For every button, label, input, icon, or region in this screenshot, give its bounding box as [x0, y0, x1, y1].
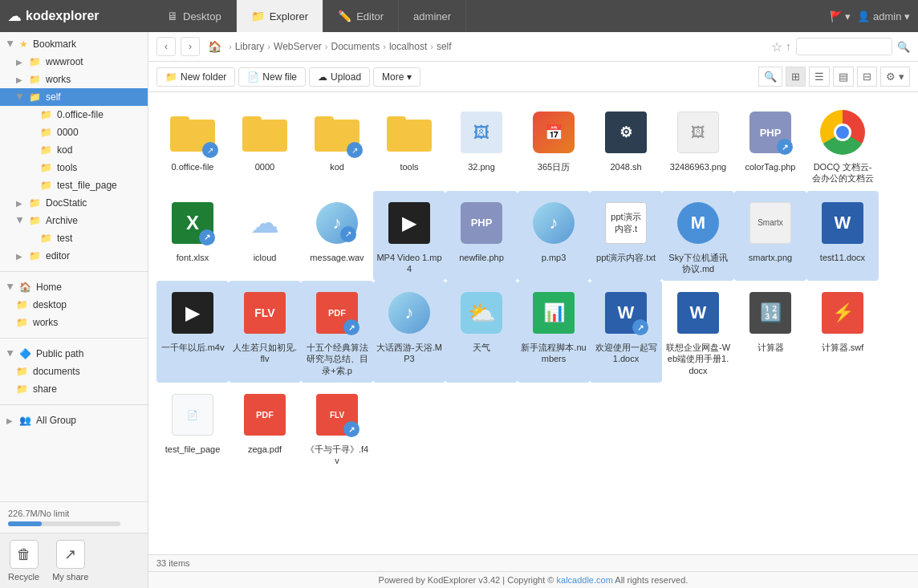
file-item-0000[interactable]: 0000	[229, 100, 301, 191]
pdf2-icon: PDF	[244, 394, 286, 436]
file-item-fontxlsx[interactable]: X ↗ font.xlsx	[156, 191, 229, 282]
file-item-jisuanqi[interactable]: 🔢 计算器	[734, 281, 806, 383]
sidebar-item-works[interactable]: ▶ 📁 works	[0, 71, 148, 88]
sidebar-item-desktop[interactable]: 📁 desktop	[0, 296, 148, 314]
user-button[interactable]: 👤 admin ▾	[857, 10, 910, 22]
file-item-qianf4v[interactable]: FLV ↗ 《千与千寻》.f4v	[301, 383, 373, 473]
sidebar-item-public-path[interactable]: ▶ 🔷 Public path	[0, 345, 148, 363]
file-item-dahuamp3[interactable]: ♪ 大话西游-天浴.MP3	[373, 281, 445, 383]
sidebar-item-documents[interactable]: 📁 documents	[0, 363, 148, 380]
works-arrow: ▶	[16, 75, 24, 84]
folder-icon: 📁	[40, 109, 52, 120]
sidebar-item-share[interactable]: 📁 share	[0, 380, 148, 398]
file-item-weather[interactable]: ⛅ 天气	[445, 281, 518, 383]
breadcrumb-self[interactable]: self	[437, 41, 452, 52]
file-label-m4v: 一千年以后.m4v	[161, 342, 225, 353]
footer-link[interactable]: kalcaddle.com	[557, 575, 613, 585]
sidebar-item-kod[interactable]: 📁 kod	[0, 141, 148, 159]
file-label-dahua: 大话西游-天浴.MP3	[376, 342, 442, 365]
list-view-button[interactable]: ☰	[809, 67, 830, 87]
file-item-icloud[interactable]: ☁ icloud	[229, 191, 301, 282]
search-input[interactable]	[796, 38, 892, 55]
file-item-jisuanqiswf[interactable]: ⚡ 计算器.swf	[806, 281, 879, 383]
file-item-skymd[interactable]: M Sky下位机通讯协议.md	[662, 191, 734, 282]
file-item-chrome[interactable]: DOCQ 文档云-会办公的文档云	[806, 100, 879, 191]
file-label-0000: 0000	[255, 161, 274, 172]
breadcrumb-documents[interactable]: Documents	[331, 41, 380, 52]
file-item-office[interactable]: ↗ 0.office-file	[156, 100, 229, 191]
breadcrumb-sep0: ›	[229, 42, 232, 51]
myshare-label: My share	[52, 572, 88, 582]
home-button[interactable]: 🏠	[205, 37, 224, 56]
file-item-zegapdf[interactable]: PDF zega.pdf	[229, 383, 301, 473]
more-view-button[interactable]: ⊟	[857, 67, 877, 87]
file-item-renflv[interactable]: FLV 人生若只如初见.flv	[229, 281, 301, 383]
wav-share-badge: ↗	[340, 226, 356, 242]
breadcrumb-webserver[interactable]: WebServer	[274, 41, 322, 52]
sidebar-item-0000[interactable]: 📁 0000	[0, 124, 148, 141]
detail-view-button[interactable]: ▤	[833, 67, 854, 87]
star-button[interactable]: ☆	[771, 39, 782, 55]
file-item-pmp3[interactable]: ♪ p.mp3	[518, 191, 590, 282]
file-item-32png[interactable]: 🖼 32.png	[445, 100, 518, 191]
flag-button[interactable]: 🚩 ▾	[830, 10, 851, 22]
logo: ☁ kodexplorer	[8, 9, 152, 24]
m4v-icon: ▶	[172, 292, 213, 334]
file-item-newfilephp[interactable]: PHP newfile.php	[445, 191, 518, 282]
sidebar-item-testfilepage[interactable]: 📁 test_file_page	[0, 176, 148, 194]
file-item-qiannianism4v[interactable]: ▶ 一千年以后.m4v	[156, 281, 229, 383]
file-item-yiqi[interactable]: W ↗ 欢迎使用一起写1.docx	[590, 281, 662, 383]
more-button[interactable]: More ▾	[373, 67, 420, 87]
sidebar-docstatic-label: DocStatic	[46, 197, 141, 209]
file-item-testfilepage[interactable]: 📄 test_file_page	[156, 383, 229, 473]
sidebar-item-docstatic[interactable]: ▶ 📁 DocStatic	[0, 194, 148, 212]
sidebar-item-wwwroot[interactable]: ▶ 📁 wwwroot	[0, 53, 148, 71]
file-item-messagewav[interactable]: ♪ ↗ message.wav	[301, 191, 373, 282]
search-icon[interactable]: 🔍	[897, 41, 910, 53]
file-item-365[interactable]: 📅 365日历	[518, 100, 590, 191]
back-button[interactable]: ‹	[156, 37, 176, 56]
settings-view-button[interactable]: ⚙ ▾	[880, 67, 910, 87]
sidebar-item-archive[interactable]: ▶ 📁 Archive	[0, 212, 148, 229]
recycle-button[interactable]: 🗑 Recycle	[8, 540, 39, 582]
file-item-numbers[interactable]: 📊 新手流程脚本.numbers	[518, 281, 590, 383]
file-item-mp4[interactable]: ▶ MP4 Video 1.mp4	[373, 191, 445, 282]
upload-addr-button[interactable]: ↑	[786, 40, 791, 53]
breadcrumb-localhost[interactable]: localhost	[389, 41, 427, 52]
sidebar-item-editor[interactable]: ▶ 📁 editor	[0, 247, 148, 265]
new-folder-button[interactable]: 📁 New folder	[156, 67, 235, 87]
forward-button[interactable]: ›	[181, 37, 200, 56]
sidebar-item-home[interactable]: ▶ 🏠 Home	[0, 278, 148, 296]
file-label-32486963: 32486963.png	[670, 161, 726, 172]
search-toolbar-button[interactable]: 🔍	[758, 67, 782, 87]
file-item-32486963[interactable]: 🖼 32486963.png	[662, 100, 734, 191]
sidebar-item-all-group[interactable]: ▶ 👥 All Group	[0, 412, 148, 429]
file-item-15pdf[interactable]: PDF ↗ 十五个经典算法研究与总结、目录+索.p	[301, 281, 373, 383]
myshare-button[interactable]: ↗ My share	[52, 540, 88, 582]
grid-view-button[interactable]: ⊞	[786, 67, 806, 87]
file-item-colortag[interactable]: PHP ↗ colorTag.php	[734, 100, 806, 191]
file-item-kod[interactable]: ↗ kod	[301, 100, 373, 191]
sidebar-item-works2[interactable]: 📁 works	[0, 314, 148, 331]
file-icon-tools	[384, 107, 435, 158]
sidebar-item-self[interactable]: ▶ 📁 self	[0, 88, 148, 106]
sidebar-item-bookmark[interactable]: ▶ ★ Bookmark	[0, 35, 148, 53]
file-item-2048sh[interactable]: ⚙ 2048.sh	[590, 100, 662, 191]
file-item-ppttxt[interactable]: ppt演示内容.t ppt演示内容.txt	[590, 191, 662, 282]
sidebar-item-test[interactable]: 📁 test	[0, 229, 148, 247]
tab-adminer[interactable]: adminer	[399, 0, 466, 32]
breadcrumb-library[interactable]: Library	[235, 41, 265, 52]
footer-text: Powered by KodExplorer v3.42 | Copyright…	[379, 575, 554, 585]
file-item-lianxiang[interactable]: W 联想企业网盘-Web端使用手册1.docx	[662, 281, 734, 383]
tab-explorer[interactable]: 📁 Explorer	[237, 0, 323, 32]
file-item-smartxpng[interactable]: Smartx smartx.png	[734, 191, 806, 282]
new-file-button[interactable]: 📄 New file	[238, 67, 306, 87]
tab-editor[interactable]: ✏️ Editor	[323, 0, 399, 32]
sidebar-item-tools[interactable]: 📁 tools	[0, 159, 148, 176]
sidebar-item-office[interactable]: 📁 0.office-file	[0, 106, 148, 124]
file-item-tools[interactable]: tools	[373, 100, 445, 191]
upload-button[interactable]: ☁ Upload	[309, 67, 370, 87]
new-folder-label: New folder	[181, 71, 226, 83]
file-item-test11docx[interactable]: W test11.docx	[806, 191, 879, 282]
tab-desktop[interactable]: 🖥 Desktop	[152, 0, 237, 32]
